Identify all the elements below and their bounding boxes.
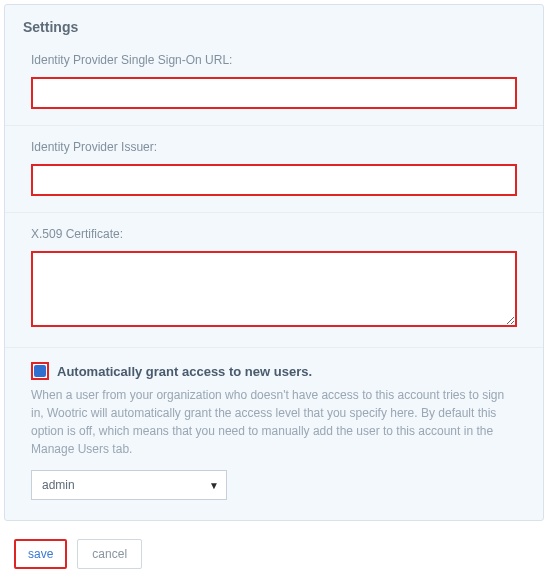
cancel-button[interactable]: cancel: [77, 539, 142, 569]
certificate-section: X.509 Certificate:: [5, 227, 543, 348]
save-button[interactable]: save: [14, 539, 67, 569]
settings-panel: Settings Identity Provider Single Sign-O…: [4, 4, 544, 521]
auto-grant-section: Automatically grant access to new users.…: [5, 362, 543, 500]
certificate-textarea[interactable]: [31, 251, 517, 327]
auto-grant-help-text: When a user from your organization who d…: [31, 386, 517, 458]
panel-title: Settings: [5, 5, 543, 53]
issuer-input[interactable]: [31, 164, 517, 196]
button-row: save cancel: [0, 521, 548, 579]
sso-url-label: Identity Provider Single Sign-On URL:: [31, 53, 517, 67]
certificate-label: X.509 Certificate:: [31, 227, 517, 241]
sso-url-section: Identity Provider Single Sign-On URL:: [5, 53, 543, 126]
checkbox-checked-icon: [34, 365, 46, 377]
issuer-section: Identity Provider Issuer:: [5, 140, 543, 213]
auto-grant-checkbox-row: Automatically grant access to new users.: [31, 362, 517, 380]
role-select-wrap: admin ▼: [31, 470, 227, 500]
auto-grant-label: Automatically grant access to new users.: [57, 364, 312, 379]
role-select[interactable]: admin: [31, 470, 227, 500]
auto-grant-checkbox[interactable]: [31, 362, 49, 380]
issuer-label: Identity Provider Issuer:: [31, 140, 517, 154]
sso-url-input[interactable]: [31, 77, 517, 109]
